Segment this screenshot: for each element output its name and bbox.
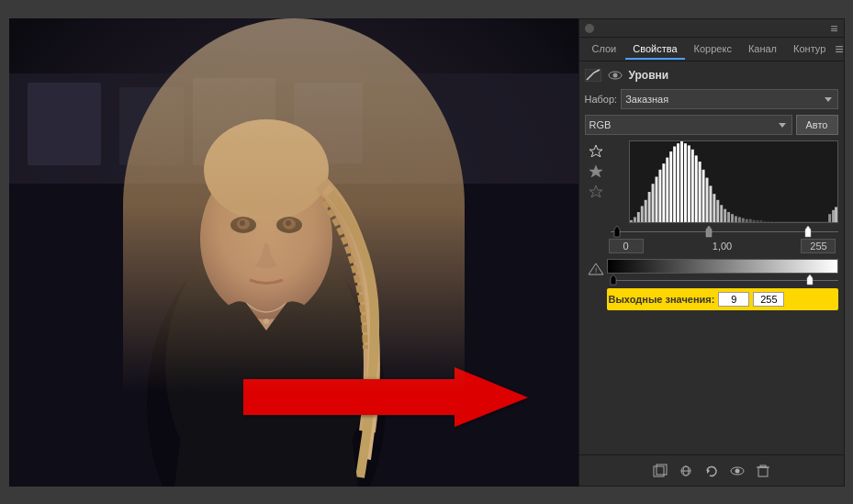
svg-rect-50 [720,205,723,222]
tab-corrections[interactable]: Коррекс [687,39,739,60]
svg-rect-40 [683,143,686,222]
close-button[interactable] [585,24,594,33]
svg-rect-65 [774,221,828,222]
svg-rect-41 [687,145,690,222]
levels-title: Уровни [629,69,669,82]
output-slider-area [607,274,838,286]
input-values-row: 1,00 [607,239,838,253]
svg-point-13 [230,217,256,233]
svg-marker-72 [805,226,811,237]
levels-eye-icon [607,69,623,82]
main-container: ≡ Слои Свойства Коррекс Канал Контур ≡ [0,0,853,504]
tab-layers[interactable]: Слои [585,39,624,60]
panel-menu-icon[interactable]: ≡ [830,21,837,36]
svg-rect-25 [630,220,633,222]
svg-text:!: ! [595,266,597,274]
title-bar-left [585,24,594,33]
svg-rect-33 [658,170,661,222]
output-max-value[interactable] [753,292,784,307]
svg-rect-39 [680,141,683,222]
svg-rect-5 [193,78,275,165]
svg-rect-62 [763,221,766,222]
output-values-row: Выходные значения: [607,288,838,310]
preset-select[interactable]: Заказная [621,89,837,109]
svg-rect-29 [644,200,646,222]
levels-header: Уровни [585,67,838,84]
svg-rect-32 [655,177,657,223]
white-point-tool[interactable] [588,142,604,159]
levels-curve-icon [585,69,601,82]
svg-point-14 [276,217,302,233]
gray-point-tool[interactable] [588,162,604,179]
svg-rect-3 [28,83,101,165]
svg-rect-60 [756,220,758,222]
svg-rect-43 [694,155,697,222]
input-mid-value: 1,00 [713,241,732,252]
svg-rect-59 [752,220,755,222]
tools-sidebar [585,140,607,253]
preset-label: Набор: [585,94,618,105]
input-slider-area [607,224,838,239]
tab-menu-icon[interactable]: ≡ [835,41,843,58]
svg-rect-28 [640,206,643,222]
svg-rect-85 [758,467,768,476]
svg-marker-20 [243,367,528,427]
visibility-icon[interactable] [728,462,746,480]
input-slider-svg [607,224,838,239]
output-tools-sidebar: ! [585,259,607,310]
svg-point-17 [240,220,245,226]
svg-rect-44 [698,162,701,222]
black-point-tool[interactable] [588,183,604,199]
svg-marker-70 [614,226,620,237]
svg-rect-54 [734,216,736,222]
svg-point-19 [264,319,269,324]
output-gradient-bar [607,259,838,274]
svg-rect-26 [633,218,635,223]
svg-marker-75 [611,274,616,285]
svg-rect-66 [828,214,831,222]
svg-rect-52 [727,212,730,222]
svg-rect-6 [294,83,363,163]
output-wrapper: Выходные значения: [607,259,838,310]
photo-background [9,18,578,487]
auto-button[interactable]: Авто [796,115,838,135]
histogram-area [629,140,838,223]
input-max-value[interactable] [801,239,836,253]
new-layer-icon[interactable] [651,462,669,480]
svg-rect-56 [741,218,744,222]
svg-rect-31 [651,184,654,222]
image-panel [9,18,578,487]
svg-marker-76 [807,274,813,285]
tab-bar: Слои Свойства Коррекс Канал Контур ≡ [579,38,844,62]
svg-rect-55 [737,218,740,223]
svg-rect-53 [731,214,734,222]
svg-rect-37 [673,147,676,223]
channel-row: RGB Авто [585,115,838,135]
svg-rect-35 [666,158,668,222]
svg-point-18 [286,220,291,226]
svg-rect-4 [119,87,184,165]
svg-point-84 [735,468,739,473]
tab-paths[interactable]: Контур [786,39,833,60]
tab-properties[interactable]: Свойства [625,39,684,60]
svg-point-23 [612,73,617,78]
svg-rect-87 [760,465,766,467]
reset-icon[interactable] [702,462,721,480]
delete-icon[interactable] [754,462,772,480]
svg-rect-27 [636,212,639,222]
red-arrow [243,363,546,436]
preset-row: Набор: Заказная [585,89,838,109]
channel-select[interactable]: RGB [585,115,792,135]
svg-rect-58 [748,219,751,222]
input-min-value[interactable] [609,239,644,253]
link-icon[interactable] [677,462,695,480]
title-bar: ≡ [579,19,844,38]
svg-rect-67 [832,210,835,222]
svg-rect-49 [716,200,719,222]
properties-panel: ≡ Слои Свойства Коррекс Канал Контур ≡ [578,18,845,487]
svg-rect-57 [745,219,747,222]
output-min-value[interactable] [718,292,749,307]
tab-channels[interactable]: Канал [741,39,784,60]
svg-point-12 [204,119,329,220]
svg-rect-63 [767,221,769,222]
